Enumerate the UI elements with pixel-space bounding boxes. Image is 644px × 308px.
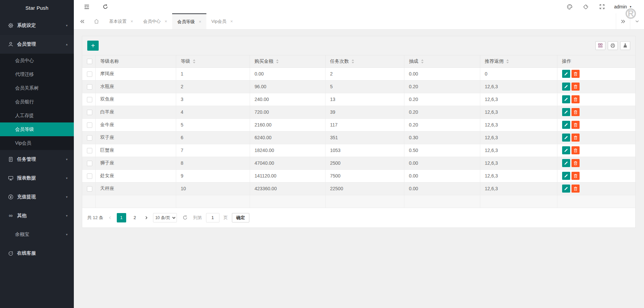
- sidebar-item-label: 会员管理: [17, 41, 36, 47]
- sort-icon: [351, 59, 354, 64]
- sidebar-item-online-service[interactable]: 在线客服: [0, 244, 74, 263]
- sidebar-item-member-bank[interactable]: 会员银行: [0, 95, 74, 109]
- edit-button[interactable]: [562, 172, 570, 180]
- fullscreen-icon[interactable]: [599, 3, 605, 10]
- edit-button[interactable]: [562, 95, 570, 103]
- delete-button[interactable]: [572, 70, 580, 78]
- tab-member-center[interactable]: 会员中心 ×: [138, 13, 172, 29]
- tab-basic-settings[interactable]: 基本设置 ×: [104, 13, 138, 29]
- close-icon[interactable]: ×: [230, 19, 233, 23]
- member-level-table-card: +: [82, 36, 636, 228]
- sidebar-item-other[interactable]: ∞ 其他 ▼: [0, 206, 74, 225]
- sidebar-item-report-data[interactable]: 报表数据 ▼: [0, 169, 74, 188]
- next-page-button[interactable]: [144, 216, 149, 220]
- tab-vip-member[interactable]: Vip会员 ×: [206, 13, 238, 29]
- close-icon[interactable]: ×: [199, 19, 201, 24]
- edit-button[interactable]: [562, 134, 570, 142]
- goto-confirm-button[interactable]: 确定: [232, 213, 249, 222]
- sidebar-item-member-center[interactable]: 会员中心: [0, 54, 74, 67]
- row-checkbox[interactable]: [87, 71, 92, 77]
- column-header-level: 等级: [181, 58, 190, 64]
- columns-filter-button[interactable]: [595, 41, 605, 50]
- tab-label: Vip会员: [211, 18, 227, 24]
- page-size-select[interactable]: 10 条/页: [153, 213, 177, 222]
- edit-button[interactable]: [562, 121, 570, 129]
- prev-page-button[interactable]: [107, 216, 113, 220]
- select-all-checkbox[interactable]: [87, 59, 92, 64]
- sidebar-item-agent-migration[interactable]: 代理迁移: [0, 67, 74, 81]
- table-row: 双子座66240.003510.3012,6,3: [82, 131, 635, 144]
- page-button-2[interactable]: 2: [130, 213, 140, 222]
- close-icon[interactable]: ×: [165, 19, 167, 23]
- delete-button[interactable]: [572, 185, 580, 193]
- pagination-bar: 共 12 条 1 2 10 条/页 到第: [82, 208, 635, 227]
- sort-icon: [421, 59, 424, 64]
- row-checkbox[interactable]: [87, 161, 92, 166]
- collapse-menu-icon[interactable]: [83, 3, 90, 10]
- edit-button[interactable]: [562, 185, 570, 193]
- pencil-icon: [564, 161, 568, 165]
- table-row: 摩羯座10.0020.000: [82, 67, 635, 80]
- sidebar-item-yuebao[interactable]: 余额宝 ▼: [0, 225, 74, 244]
- sidebar: Star Push 系统设定 ▼ 会员管理 ▲ 会员中心 代理迁移 会员关系树 …: [0, 0, 74, 308]
- gear-icon: [7, 22, 14, 29]
- delete-button[interactable]: [572, 172, 580, 180]
- edit-button[interactable]: [562, 83, 570, 91]
- app-logo: Star Push: [0, 0, 74, 16]
- delete-button[interactable]: [572, 146, 580, 154]
- sidebar-item-member-management[interactable]: 会员管理 ▲: [0, 35, 74, 54]
- page-button-1[interactable]: 1: [117, 213, 126, 222]
- pencil-icon: [564, 110, 568, 114]
- user-icon: [7, 41, 14, 48]
- chevron-down-icon: ▼: [65, 158, 68, 161]
- edit-button[interactable]: [562, 159, 570, 167]
- sidebar-item-member-level[interactable]: 会员等级: [0, 122, 74, 136]
- pencil-icon: [564, 136, 568, 140]
- sidebar-item-task-management[interactable]: 任务管理 ▼: [0, 150, 74, 169]
- home-icon[interactable]: [89, 13, 104, 29]
- delete-button[interactable]: [572, 159, 580, 167]
- tabs-scroll-right-button[interactable]: [616, 13, 630, 29]
- tag-icon[interactable]: [583, 3, 589, 10]
- tab-label: 会员中心: [143, 18, 161, 24]
- sidebar-item-manual-deposit[interactable]: 人工存提: [0, 109, 74, 122]
- close-icon[interactable]: ×: [131, 19, 133, 23]
- sidebar-item-deposit-withdraw[interactable]: 充值提现 ▼: [0, 188, 74, 206]
- pagination-refresh-icon[interactable]: [182, 215, 188, 220]
- board-icon: [7, 175, 14, 182]
- pencil-icon: [564, 148, 568, 152]
- row-checkbox[interactable]: [87, 122, 92, 128]
- goto-page-input[interactable]: [206, 213, 219, 222]
- export-button[interactable]: [620, 41, 630, 50]
- pencil-icon: [564, 72, 568, 76]
- delete-button[interactable]: [572, 121, 580, 129]
- row-checkbox[interactable]: [87, 173, 92, 179]
- row-checkbox[interactable]: [87, 110, 92, 115]
- delete-button[interactable]: [572, 108, 580, 116]
- sidebar-item-vip-member[interactable]: Vip会员: [0, 136, 74, 150]
- tab-member-level[interactable]: 会员等级 ×: [172, 13, 206, 29]
- delete-button[interactable]: [572, 134, 580, 142]
- row-checkbox[interactable]: [87, 135, 92, 141]
- print-button[interactable]: [608, 41, 618, 50]
- chevron-down-icon: ▼: [629, 5, 632, 8]
- refresh-icon[interactable]: [102, 3, 109, 10]
- row-checkbox[interactable]: [87, 97, 92, 102]
- column-header-tasks: 任务次数: [330, 58, 349, 64]
- edit-button[interactable]: [562, 70, 570, 78]
- delete-button[interactable]: [572, 83, 580, 91]
- edit-button[interactable]: [562, 146, 570, 154]
- tabs-scroll-left-button[interactable]: [76, 13, 89, 29]
- user-menu[interactable]: admin ▼: [614, 4, 632, 9]
- theme-palette-icon[interactable]: [566, 3, 573, 10]
- tabs-menu-chevron-icon[interactable]: [630, 13, 644, 29]
- row-checkbox[interactable]: [87, 84, 92, 90]
- sidebar-item-member-tree[interactable]: 会员关系树: [0, 81, 74, 95]
- delete-button[interactable]: [572, 95, 580, 103]
- sidebar-item-system-settings[interactable]: 系统设定 ▼: [0, 16, 74, 35]
- sidebar-item-label: 系统设定: [17, 22, 36, 29]
- row-checkbox[interactable]: [87, 186, 92, 192]
- add-button[interactable]: +: [87, 41, 99, 51]
- edit-button[interactable]: [562, 108, 570, 116]
- row-checkbox[interactable]: [87, 148, 92, 153]
